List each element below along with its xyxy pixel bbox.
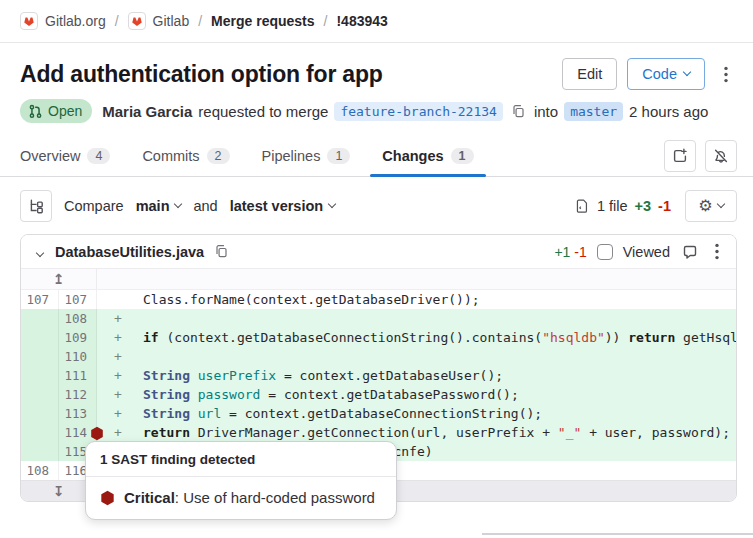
- and-label: and: [193, 198, 217, 214]
- status-badge: Open: [20, 99, 92, 123]
- diff-row: 109+if (context.getDatabaseConnectionStr…: [21, 328, 736, 347]
- line-number-new[interactable]: 113: [59, 404, 97, 423]
- added-sign: +: [114, 385, 122, 404]
- line-number-old[interactable]: [21, 423, 59, 442]
- gitlab-tanuki-icon: [23, 15, 35, 27]
- edit-button[interactable]: Edit: [562, 58, 617, 90]
- added-sign: +: [114, 404, 122, 423]
- chevron-down-icon: [716, 200, 724, 208]
- code-line: +: [97, 347, 736, 366]
- line-number-old[interactable]: [21, 442, 59, 461]
- compare-bar: Compare main and latest version 1 file +…: [20, 190, 737, 222]
- diff-settings-button[interactable]: ⚙: [685, 190, 737, 222]
- expand-up-row: ↥: [21, 269, 736, 290]
- file-tree-toggle-button[interactable]: [20, 190, 52, 222]
- breadcrumb-item-gitlab[interactable]: Gitlab: [128, 12, 190, 30]
- notifications-off-button[interactable]: [705, 140, 737, 172]
- ellipsis-vertical-icon: [724, 66, 728, 83]
- comment-icon: [682, 244, 698, 260]
- additions-count: +3: [635, 198, 652, 214]
- line-number-old[interactable]: [21, 385, 59, 404]
- tab-pipelines[interactable]: Pipelines1: [250, 135, 363, 176]
- expand-panel-button[interactable]: [664, 140, 696, 172]
- line-number-new[interactable]: 109: [59, 328, 97, 347]
- diff-row: 110+: [21, 347, 736, 366]
- chevron-down-icon: [683, 68, 691, 76]
- version-dropdown[interactable]: latest version: [230, 198, 336, 214]
- line-number-old[interactable]: [21, 404, 59, 423]
- header-kebab-button[interactable]: [715, 58, 737, 90]
- file-comment-button[interactable]: [680, 236, 700, 268]
- deletions-count: -1: [658, 198, 671, 214]
- sast-description: : Use of hard-coded password: [175, 489, 375, 506]
- base-ref-dropdown[interactable]: main: [136, 198, 182, 214]
- line-number-new[interactable]: 110: [59, 347, 97, 366]
- notifications-off-icon: [713, 148, 729, 164]
- added-sign: +: [114, 309, 122, 328]
- critical-hexagon-icon: [90, 426, 104, 441]
- tab-count-badge: 1: [327, 148, 350, 164]
- file-collapse-toggle[interactable]: [33, 242, 47, 261]
- breadcrumb: Gitlab.org/Gitlab/Merge requests/!483943: [0, 0, 753, 43]
- source-branch-link[interactable]: feature-branch-22134: [334, 102, 503, 121]
- breadcrumb-separator: /: [198, 13, 202, 29]
- merge-request-open-icon: [28, 104, 43, 119]
- compare-label: Compare: [64, 198, 124, 214]
- tab-commits[interactable]: Commits2: [130, 135, 241, 176]
- copy-icon: [214, 244, 229, 259]
- line-number-old[interactable]: [21, 328, 59, 347]
- mr-header: Add authentication option for app Edit C…: [0, 58, 753, 123]
- breadcrumb-item-gitlab-org[interactable]: Gitlab.org: [20, 12, 106, 30]
- tab-changes[interactable]: Changes1: [370, 135, 485, 176]
- diff-row: 108+: [21, 309, 736, 328]
- line-number-old[interactable]: 107: [21, 290, 59, 309]
- viewed-checkbox[interactable]: [597, 244, 613, 260]
- line-number-new[interactable]: 107: [59, 290, 97, 309]
- breadcrumb-separator: /: [115, 13, 119, 29]
- diff-row: 107107Class.forName(context.getDatabaseD…: [21, 290, 736, 309]
- code-line: Class.forName(context.getDatabaseDriver(…: [97, 290, 736, 309]
- line-number-old[interactable]: [21, 366, 59, 385]
- chevron-down-icon: [174, 200, 182, 208]
- code-line: +: [97, 309, 736, 328]
- code-button[interactable]: Code: [627, 58, 705, 90]
- status-action: requested to merge: [198, 103, 328, 120]
- expand-down-button[interactable]: ↧: [53, 483, 65, 499]
- added-sign: +: [114, 328, 122, 347]
- time-ago: 2 hours ago: [629, 103, 708, 120]
- line-number-new[interactable]: 111: [59, 366, 97, 385]
- breadcrumb-item-merge-requests[interactable]: Merge requests: [211, 13, 314, 29]
- added-sign: +: [114, 423, 122, 442]
- sast-finding-indicator[interactable]: [90, 426, 104, 441]
- page-title: Add authentication option for app: [20, 61, 383, 88]
- copy-file-path-button[interactable]: [212, 244, 231, 259]
- line-number-new[interactable]: 108: [59, 309, 97, 328]
- file-kebab-button[interactable]: [710, 236, 724, 268]
- expand-up-button[interactable]: ↥: [53, 271, 65, 287]
- added-sign: +: [114, 366, 122, 385]
- ellipsis-vertical-icon: [715, 243, 719, 260]
- file-additions: +1: [554, 244, 570, 260]
- file-deletions: -1: [574, 244, 586, 260]
- line-number-old[interactable]: [21, 309, 59, 328]
- tab-count-badge: 1: [451, 148, 474, 164]
- code-line: +if (context.getDatabaseConnectionString…: [97, 328, 736, 347]
- line-number-old[interactable]: [21, 347, 59, 366]
- expand-up-icon: ↥: [53, 271, 65, 287]
- tab-overview[interactable]: Overview4: [20, 135, 122, 176]
- line-number-new[interactable]: 112: [59, 385, 97, 404]
- breadcrumb-item--483943[interactable]: !483943: [336, 13, 387, 29]
- target-branch-link[interactable]: master: [564, 102, 623, 121]
- file-count: 1 file: [597, 198, 628, 214]
- copy-icon: [511, 104, 526, 119]
- code-line: +String password = context.getDatabasePa…: [97, 385, 736, 404]
- chevron-down-icon: [328, 200, 336, 208]
- sast-popup-title: 1 SAST finding detected: [86, 442, 396, 477]
- mr-tabs-bar: Overview4Commits2Pipelines1Changes1: [0, 135, 753, 177]
- line-number-new[interactable]: 114: [59, 423, 97, 442]
- line-number-old[interactable]: 108: [21, 461, 59, 480]
- divider: [482, 533, 753, 535]
- file-header: DatabaseUtilities.java +1 -1 Viewed: [21, 235, 736, 269]
- project-avatar: [20, 12, 38, 30]
- copy-branch-button[interactable]: [509, 104, 528, 119]
